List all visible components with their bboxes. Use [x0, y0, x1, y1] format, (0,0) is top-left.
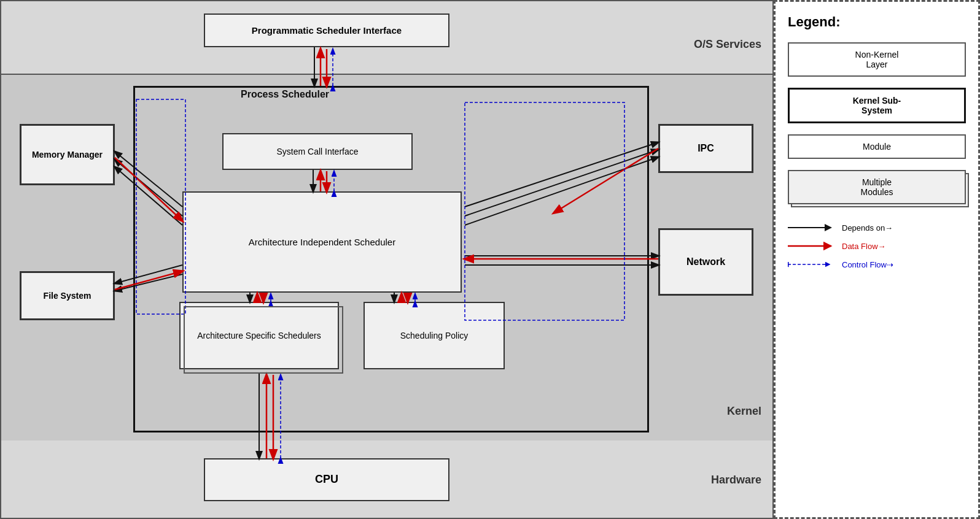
legend-panel: Legend: Non-KernelLayer Kernel Sub-Syste… — [774, 0, 980, 519]
label-process-scheduler: Process Scheduler — [241, 89, 329, 100]
box-file-system: File System — [20, 271, 115, 320]
legend-module: Module — [788, 134, 966, 159]
label-ois: O/S Services — [694, 38, 761, 51]
label-hardware: Hardware — [711, 474, 761, 486]
legend-kernel-subsystem: Kernel Sub-System — [788, 88, 966, 123]
main-diagram: O/S Services Kernel Hardware Programmati… — [0, 0, 774, 519]
box-system-call-interface: System Call Interface — [222, 133, 413, 170]
legend-control-label: Control Flow⇢ — [842, 260, 893, 269]
legend-data-label: Data Flow→ — [842, 242, 886, 251]
box-architecture-specific-shadow — [184, 306, 343, 374]
box-cpu: CPU — [204, 458, 449, 501]
legend-multiple-modules: MultipleModules — [788, 170, 966, 204]
legend-title: Legend: — [788, 14, 966, 30]
label-kernel: Kernel — [727, 405, 761, 418]
legend-depends-on: Depends on→ — [788, 223, 966, 233]
box-network: Network — [658, 228, 753, 296]
legend-non-kernel: Non-KernelLayer — [788, 42, 966, 77]
box-architecture-independent-scheduler: Architecture Independent Scheduler — [182, 191, 462, 293]
legend-depends-label: Depends on→ — [842, 223, 893, 233]
legend-control-flow: Control Flow⇢ — [788, 260, 966, 269]
box-memory-manager: Memory Manager — [20, 124, 115, 185]
box-programmatic-scheduler: Programmatic Scheduler Interface — [204, 13, 449, 47]
legend-data-flow: Data Flow→ — [788, 241, 966, 251]
box-scheduling-policy: Scheduling Policy — [364, 302, 505, 369]
box-ipc: IPC — [658, 124, 753, 173]
